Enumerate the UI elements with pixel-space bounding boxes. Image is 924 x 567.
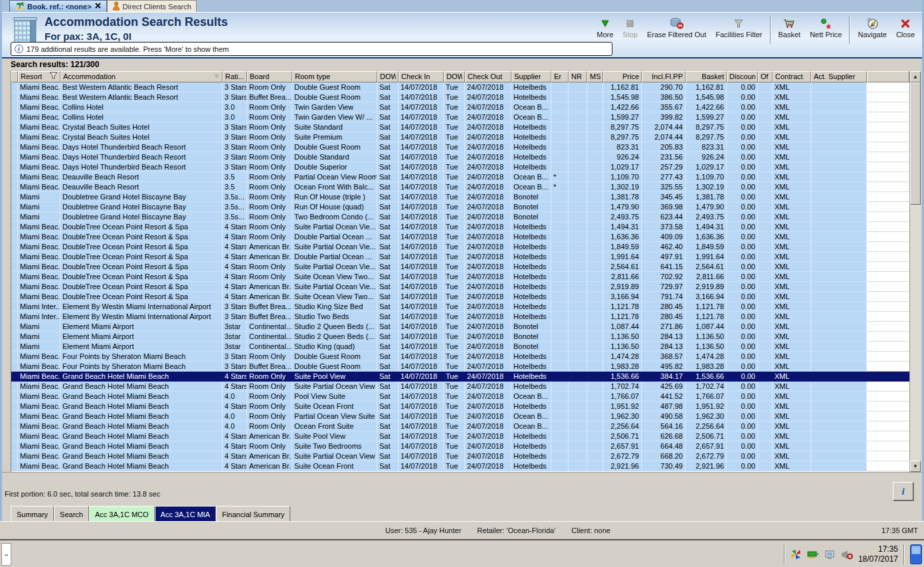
table-row[interactable]: Miami Beac...Four Points by Sheraton Mia… — [11, 362, 909, 372]
table-row[interactable]: Miami Beac...Grand Beach Hotel Miami Bea… — [11, 392, 909, 401]
column-header-check-out[interactable]: Check Out — [465, 71, 511, 82]
cell-resort: Miami Beac... — [18, 92, 60, 102]
network-connection-icon[interactable] — [824, 550, 836, 560]
cell-board: Room Only — [247, 372, 292, 382]
table-row[interactable]: MiamiElement Miami Airport3starContinent… — [11, 342, 909, 352]
table-row[interactable]: Miami Beac...Crystal Beach Suites Hotel3… — [11, 132, 909, 142]
table-row[interactable]: Miami Beac...Deauville Beach Resort3.5Ro… — [11, 182, 909, 192]
bottom-tab-acc-3a-1c-mia[interactable]: Acc 3A,1C MIA — [155, 506, 217, 522]
scroll-up-icon[interactable]: ▲ — [910, 71, 921, 82]
more-button[interactable]: More — [592, 15, 618, 45]
column-header-price[interactable]: Price — [603, 71, 642, 82]
table-row[interactable]: Miami Inter...Element By Westin Miami In… — [11, 302, 909, 312]
scrollbar-thumb[interactable] — [910, 82, 921, 205]
facilities-filter-button[interactable]: Facilities Filter — [711, 15, 767, 45]
table-row[interactable]: Miami Beac...Grand Beach Hotel Miami Bea… — [11, 372, 909, 382]
table-row[interactable]: Miami Beac...Grand Beach Hotel Miami Bea… — [11, 401, 909, 411]
column-header-act-supplier[interactable]: Act. Supplier — [811, 71, 867, 82]
scrollbar-track[interactable] — [910, 82, 921, 461]
table-row[interactable]: MiamiDoubletree Grand Hotel Biscayne Bay… — [11, 192, 909, 202]
table-row[interactable]: Miami Beac...Days Hotel Thunderbird Beac… — [11, 162, 909, 172]
column-header-basket[interactable]: Basket — [686, 71, 727, 82]
column-header-discount[interactable]: Discount — [727, 71, 758, 82]
table-row[interactable]: Miami Beac...Grand Beach Hotel Miami Bea… — [11, 421, 909, 431]
stop-button[interactable]: Stop — [618, 15, 642, 45]
table-row[interactable]: Miami Beac...Grand Beach Hotel Miami Bea… — [11, 441, 909, 451]
column-header-room-type[interactable]: Room type — [292, 71, 377, 82]
scroll-down-icon[interactable]: ▼ — [910, 461, 921, 472]
column-header-board[interactable]: Board — [247, 71, 292, 82]
table-row[interactable]: Miami Beac...Four Points by Sheraton Mia… — [11, 352, 909, 362]
cell-basket: 1,849.59 — [686, 242, 727, 252]
column-header-dow[interactable]: DOW — [377, 71, 399, 82]
cell-rati: 3.5 — [223, 172, 247, 182]
column-header-rati[interactable]: Rati... — [223, 71, 247, 82]
bottom-tab-financial-summary[interactable]: Financial Summary — [216, 506, 290, 522]
tab-close-icon[interactable] — [94, 2, 102, 11]
column-header-supplier[interactable]: Supplier — [511, 71, 551, 82]
cell-room-type: Studio 2 Queen Beds (... — [292, 322, 377, 332]
cell-ms — [587, 192, 603, 202]
table-row[interactable]: Miami Beac...DoubleTree Ocean Point Reso… — [11, 292, 909, 302]
table-row[interactable]: Miami Beac...Crystal Beach Suites Hotel3… — [11, 122, 909, 132]
bottom-tab-search[interactable]: Search — [54, 506, 89, 522]
nett-price-button[interactable]: Nett Price — [805, 15, 846, 45]
taskbar-toolbar-grip[interactable]: .. — [1, 543, 11, 566]
cell-incl-fl-pp: 730.49 — [642, 461, 686, 471]
tab-booking-ref[interactable]: Book. ref.: <none> — [9, 0, 107, 12]
table-row[interactable]: Miami Beac...Days Hotel Thunderbird Beac… — [11, 152, 909, 162]
table-row[interactable]: Miami Inter...Element By Westin Miami In… — [11, 312, 909, 322]
column-header-resort[interactable]: Resort — [18, 71, 60, 82]
app-pinwheel-icon[interactable] — [790, 549, 802, 560]
table-row[interactable]: MiamiDoubletree Grand Hotel Biscayne Bay… — [11, 202, 909, 212]
table-row[interactable]: MiamiElement Miami Airport3starContinent… — [11, 322, 909, 332]
table-row[interactable]: Miami Beac...Best Western Atlantic Beach… — [11, 82, 909, 92]
table-row[interactable]: Miami Beac...Grand Beach Hotel Miami Bea… — [11, 431, 909, 441]
table-row[interactable]: Miami Beac...Grand Beach Hotel Miami Bea… — [11, 382, 909, 392]
column-header-contract[interactable]: Contract — [773, 71, 811, 82]
column-header-incl-fl-pp[interactable]: Incl.Fl.PP — [642, 71, 686, 82]
network-card-icon[interactable] — [807, 550, 819, 559]
column-header-er[interactable]: Er — [551, 71, 569, 82]
column-header-accommodation[interactable]: Accommodation — [60, 71, 223, 82]
table-row[interactable]: Miami Beac...DoubleTree Ocean Point Reso… — [11, 282, 909, 292]
bottom-tab-summary[interactable]: Summary — [11, 506, 54, 522]
table-row[interactable]: Miami Beac...DoubleTree Ocean Point Reso… — [11, 242, 909, 252]
table-row[interactable]: MiamiDoubletree Grand Hotel Biscayne Bay… — [11, 212, 909, 222]
table-row[interactable]: Miami Beac...DoubleTree Ocean Point Reso… — [11, 232, 909, 242]
table-row[interactable]: Miami Beac...Collins Hotel3.0Room OnlyTw… — [11, 102, 909, 112]
column-header-ms[interactable]: MS — [587, 71, 603, 82]
show-desktop-icon[interactable] — [910, 544, 922, 564]
table-row[interactable]: Miami Beac...Grand Beach Hotel Miami Bea… — [11, 461, 909, 471]
tray-separator — [903, 544, 905, 564]
table-row[interactable]: Miami Beac...Grand Beach Hotel Miami Bea… — [11, 411, 909, 421]
table-row[interactable]: Miami Beac...DoubleTree Ocean Point Reso… — [11, 272, 909, 282]
basket-button[interactable]: Basket — [774, 15, 806, 45]
table-row[interactable]: Miami Beac...Deauville Beach Resort3.5Ro… — [11, 172, 909, 182]
bottom-tab-acc-3a-1c-mco[interactable]: Acc 3A,1C MCO — [89, 506, 155, 522]
column-filter-icon[interactable] — [49, 72, 58, 82]
column-header-dow[interactable]: DOW — [444, 71, 465, 82]
cell-check-in: 14/07/2018 — [399, 122, 444, 132]
desktop-screen: Book. ref.: <none> Direct Clients Search — [0, 0, 924, 567]
close-button[interactable]: Close — [891, 15, 919, 45]
cell-accommodation: Collins Hotel — [60, 102, 223, 112]
table-row[interactable]: Miami Beac...Best Western Atlantic Beach… — [11, 92, 909, 102]
table-row[interactable]: Miami Beac...Days Hotel Thunderbird Beac… — [11, 142, 909, 152]
table-row[interactable]: MiamiElement Miami Airport3starContinent… — [11, 332, 909, 342]
column-header-of[interactable]: Of — [758, 71, 773, 82]
table-row[interactable]: Miami Beac...DoubleTree Ocean Point Reso… — [11, 252, 909, 262]
table-row[interactable]: Miami Beac...Grand Beach Hotel Miami Bea… — [11, 451, 909, 461]
navigate-button[interactable]: Navigate — [853, 15, 891, 45]
table-row[interactable]: Miami Beac...DoubleTree Ocean Point Reso… — [11, 222, 909, 232]
info-button[interactable]: i — [893, 482, 913, 501]
volume-muted-icon[interactable] — [841, 550, 853, 560]
column-header-check-in[interactable]: Check In — [399, 71, 444, 82]
cell-dow: Tue — [444, 441, 465, 451]
erase-filtered-out-button[interactable]: Erase Filtered Out — [642, 15, 711, 45]
column-header-nr[interactable]: NR — [569, 71, 587, 82]
table-row[interactable]: Miami Beac...Collins Hotel3.0Room OnlyTw… — [11, 112, 909, 122]
tab-direct-clients-search[interactable]: Direct Clients Search — [107, 0, 197, 12]
vertical-scrollbar[interactable]: ▲ ▼ — [909, 71, 921, 472]
table-row[interactable]: Miami Beac...DoubleTree Ocean Point Reso… — [11, 262, 909, 272]
